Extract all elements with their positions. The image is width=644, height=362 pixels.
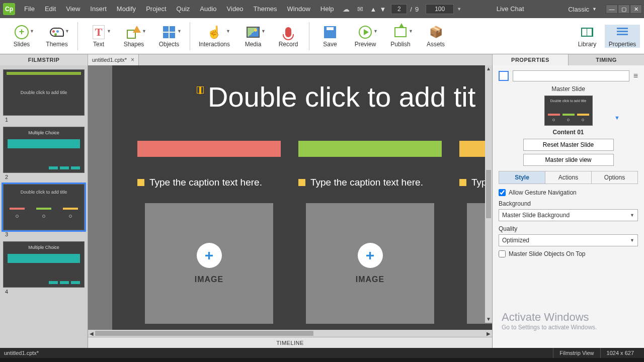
master-slide-view-button[interactable]: Master slide view bbox=[523, 154, 614, 166]
windows-activation-watermark: Activate Windows Go to Settings to activ… bbox=[502, 311, 597, 331]
master-dropdown-icon[interactable]: ▼ bbox=[614, 115, 620, 121]
ribbon-preview[interactable]: ▼Preview bbox=[348, 25, 383, 48]
panel-menu-icon[interactable]: ≡ bbox=[633, 71, 638, 80]
play-icon bbox=[359, 26, 372, 39]
publish-icon bbox=[394, 27, 407, 37]
vertical-scrollbar[interactable]: ▲ ▼ bbox=[485, 65, 492, 323]
menu-insert[interactable]: Insert bbox=[85, 0, 112, 18]
tab-style[interactable]: Style bbox=[499, 171, 545, 184]
minimize-button[interactable]: — bbox=[606, 5, 618, 14]
menu-window[interactable]: Window bbox=[282, 0, 315, 18]
menu-audio[interactable]: Audio bbox=[195, 0, 221, 18]
tab-actions[interactable]: Actions bbox=[545, 171, 592, 184]
slide-title-placeholder[interactable]: Double click to add tit bbox=[208, 80, 475, 113]
page-current[interactable]: 2 bbox=[391, 4, 407, 14]
content-column-1[interactable]: Type the caption text here. + IMAGE bbox=[137, 141, 281, 324]
tab-timing[interactable]: TIMING bbox=[568, 54, 644, 65]
sync-icon[interactable]: ☁ bbox=[339, 5, 353, 13]
mail-icon[interactable]: ✉ bbox=[353, 5, 367, 13]
add-image-icon[interactable]: + bbox=[358, 243, 383, 268]
reset-master-button[interactable]: Reset Master Slide bbox=[523, 139, 614, 151]
text-icon: T bbox=[93, 25, 105, 39]
ribbon-objects[interactable]: ▼Objects bbox=[151, 25, 187, 48]
document-tab[interactable]: untitled1.cptx* × bbox=[88, 54, 139, 65]
watermark-title: Activate Windows bbox=[502, 311, 597, 324]
scroll-thumb[interactable] bbox=[486, 170, 491, 219]
ribbon-slides[interactable]: ▼+Slides bbox=[4, 25, 39, 48]
ribbon-library[interactable]: Library bbox=[570, 25, 605, 48]
ribbon-interactions[interactable]: ▼☝️Interactions bbox=[193, 25, 235, 48]
arrow-down-icon[interactable]: ▼ bbox=[379, 6, 386, 13]
filmstrip-panel: Double click to add title 1 Multiple Cho… bbox=[0, 65, 88, 348]
quality-dropdown[interactable]: Optimized ▼ bbox=[499, 234, 638, 246]
menu-view[interactable]: View bbox=[61, 0, 85, 18]
objects-on-top-checkbox[interactable]: Master Slide Objects On Top bbox=[499, 250, 638, 257]
menu-modify[interactable]: Modify bbox=[112, 0, 141, 18]
ribbon-themes[interactable]: ▼Themes bbox=[39, 25, 74, 48]
close-tab-icon[interactable]: × bbox=[131, 54, 134, 65]
mic-icon bbox=[285, 27, 291, 37]
menu-video[interactable]: Video bbox=[222, 0, 249, 18]
caption-placeholder[interactable]: Type the caption text here. bbox=[137, 177, 281, 188]
quality-label: Quality bbox=[499, 225, 638, 232]
object-name-input[interactable] bbox=[513, 70, 629, 81]
image-placeholder[interactable]: + IMAGE bbox=[306, 203, 434, 324]
ribbon-save[interactable]: Save bbox=[312, 25, 348, 48]
tab-options[interactable]: Options bbox=[592, 171, 637, 184]
scroll-right-icon[interactable]: ▶ bbox=[485, 331, 492, 336]
ribbon-properties[interactable]: Properties bbox=[605, 25, 640, 48]
checkbox-input[interactable] bbox=[499, 189, 506, 196]
scroll-thumb[interactable] bbox=[95, 331, 313, 336]
ribbon-text[interactable]: ▼TText bbox=[81, 25, 116, 48]
caption-placeholder[interactable]: Type the caption text here. bbox=[298, 177, 442, 188]
canvas-body[interactable]: Double click to add tit Type the caption… bbox=[88, 65, 492, 330]
slide-stage[interactable]: Double click to add tit Type the caption… bbox=[112, 65, 492, 330]
thumb-title: Double click to add title bbox=[4, 190, 84, 195]
slide-thumb-3[interactable]: Double click to add title 3 bbox=[3, 184, 85, 237]
live-chat-link[interactable]: Live Chat bbox=[492, 0, 529, 18]
image-placeholder[interactable]: + IMAGE bbox=[145, 203, 273, 324]
ribbon-label: Library bbox=[578, 41, 597, 48]
ribbon-shapes[interactable]: ▼Shapes bbox=[116, 25, 151, 48]
horizontal-scrollbar[interactable]: ◀ ▶ bbox=[88, 330, 492, 337]
background-dropdown[interactable]: Master Slide Background ▼ bbox=[499, 209, 638, 221]
selection-handle[interactable] bbox=[197, 86, 204, 94]
scroll-left-icon[interactable]: ◀ bbox=[88, 331, 95, 336]
close-button[interactable]: ✕ bbox=[630, 5, 642, 14]
timeline-panel-header[interactable]: TIMELINE bbox=[88, 337, 492, 348]
arrow-up-icon[interactable]: ▲ bbox=[370, 6, 377, 13]
menu-quiz[interactable]: Quiz bbox=[172, 0, 195, 18]
zoom-dropdown-icon[interactable]: ▼ bbox=[457, 7, 461, 12]
checkbox-input[interactable] bbox=[499, 250, 506, 257]
workspace-dropdown[interactable]: Classic ▼ bbox=[568, 6, 597, 13]
page-sep: / bbox=[410, 6, 412, 13]
ribbon-label: Save bbox=[323, 41, 337, 48]
master-slide-thumb[interactable]: Double click to add title bbox=[544, 96, 593, 126]
ribbon-label: Properties bbox=[609, 41, 636, 48]
maximize-button[interactable]: ▢ bbox=[618, 5, 630, 14]
menu-file[interactable]: File bbox=[19, 0, 40, 18]
scroll-up-icon[interactable]: ▲ bbox=[485, 65, 492, 72]
header-bar bbox=[137, 141, 281, 157]
ribbon-assets[interactable]: 📦Assets bbox=[418, 25, 453, 48]
ribbon-record[interactable]: Record bbox=[271, 25, 306, 48]
thumb-number: 2 bbox=[5, 174, 85, 180]
add-image-icon[interactable]: + bbox=[197, 243, 222, 268]
chevron-down-icon: ▼ bbox=[261, 29, 266, 34]
allow-gesture-checkbox[interactable]: Allow Gesture Navigation bbox=[499, 189, 638, 196]
tab-properties[interactable]: PROPERTIES bbox=[492, 54, 568, 65]
menu-themes[interactable]: Themes bbox=[249, 0, 282, 18]
plus-circle-icon: + bbox=[15, 25, 29, 39]
slide-thumb-2[interactable]: Multiple Choice 2 bbox=[3, 127, 85, 180]
ribbon-media[interactable]: ▼Media bbox=[235, 25, 271, 48]
slide-thumb-1[interactable]: Double click to add title 1 bbox=[3, 69, 85, 123]
content-column-2[interactable]: Type the caption text here. + IMAGE bbox=[298, 141, 442, 324]
ribbon-publish[interactable]: ▼Publish bbox=[383, 25, 418, 48]
menu-project[interactable]: Project bbox=[141, 0, 171, 18]
menu-help[interactable]: Help bbox=[315, 0, 339, 18]
menu-edit[interactable]: Edit bbox=[40, 0, 61, 18]
scroll-down-icon[interactable]: ▼ bbox=[485, 316, 492, 323]
ribbon-label: Interactions bbox=[199, 41, 230, 48]
slide-thumb-4[interactable]: Multiple Choice 4 bbox=[3, 241, 85, 295]
zoom-level[interactable]: 100 bbox=[426, 4, 454, 14]
